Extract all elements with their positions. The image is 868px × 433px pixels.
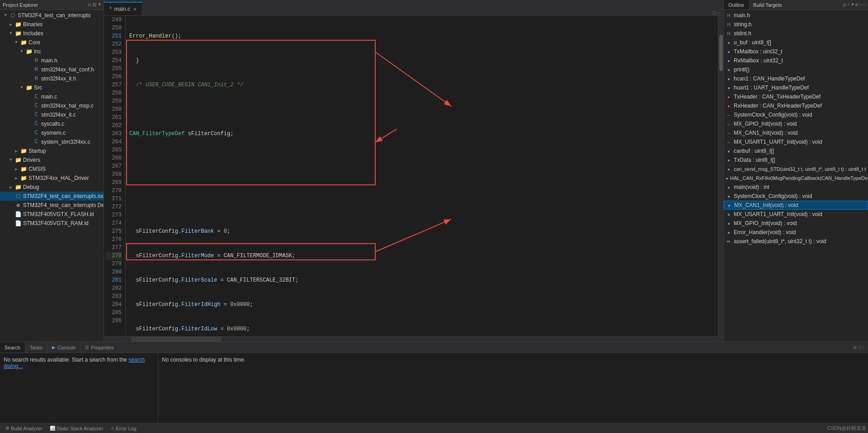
outline-item-huart1[interactable]: ● huart1 : UART_HandleTypeDef (724, 83, 868, 92)
code-content[interactable]: Error_Handler(); } /* USER_CODE_BEGIN CA… (126, 16, 718, 336)
tree-item-hal-msp[interactable]: C stm32f4xx_hal_msp.c (0, 101, 104, 110)
tree-item-launch[interactable]: ⚙ STM32F4_test_can_interrupts Debug.laun… (0, 201, 104, 210)
scrollbar-thumb[interactable] (719, 35, 723, 71)
outline-item-mxusart1[interactable]: ↔ MX_USART1_UART_Init(void) : void (724, 137, 868, 146)
bottom-icon3[interactable]: – (863, 345, 865, 350)
tab-close-button[interactable]: ✕ (133, 7, 137, 12)
outline-item-txheader[interactable]: ● TxHeader : CAN_TxHeaderTypeDef (724, 92, 868, 101)
tree-item-inc[interactable]: ▼ 📁 Inc (0, 47, 104, 56)
tree-item-main-h[interactable]: H main.h (0, 56, 104, 65)
outline-item-cansend[interactable]: ● can_send_msg_STD(uint32_t t, uint8_t*,… (724, 165, 868, 174)
error-log-tab[interactable]: ⚠ Error Log (107, 424, 140, 433)
collapse-icon[interactable]: ⊟ (88, 2, 91, 8)
outline-icon5[interactable]: – (859, 2, 862, 8)
outline-item-icon: ● (726, 58, 732, 63)
outline-item-txmailbox[interactable]: ● TxMailbox : uint32_t (724, 47, 868, 56)
tree-item-hal-driver[interactable]: ▶ 📁 STM32F4xx_HAL_Driver (0, 174, 104, 183)
build-analyzer-tab[interactable]: ⚙ Build Analyzer (2, 424, 46, 433)
outline-icon3[interactable]: ▼ (851, 2, 854, 8)
tree-item-drivers[interactable]: ▼ 📁 Drivers (0, 155, 104, 165)
console-icon: ▶ (52, 345, 56, 350)
tree-item-root[interactable]: ▼ ⬡ STM32F4_test_can_interrupts (0, 11, 104, 20)
outline-item-stdinth[interactable]: H stdint.h (724, 29, 868, 38)
tree-item-main-c[interactable]: C main.c (0, 92, 104, 101)
outline-item-sysclock[interactable]: ↔ SystemClock_Config(void) : void (724, 110, 868, 119)
tree-item-sysmem[interactable]: C sysmem.c (0, 128, 104, 137)
outline-item-mainh[interactable]: H main.h (724, 11, 868, 20)
tree-item-it-c[interactable]: C stm32f4xx_it.c (0, 110, 104, 119)
outline-item-main[interactable]: ● main(void) : int (724, 183, 868, 192)
outline-item-printf[interactable]: ● printf() (724, 65, 868, 74)
tree-item-it-h[interactable]: H stm32f4xx_it.h (0, 74, 104, 83)
vertical-scrollbar[interactable] (718, 16, 723, 336)
link-icon[interactable]: ⛓ (92, 2, 97, 8)
outline-item-mxcan1-def[interactable]: ● MX_CAN1_Init(void) : void (724, 201, 868, 210)
properties-tab[interactable]: ☰ Properties (80, 342, 118, 353)
ld-icon: 📄 (14, 220, 22, 227)
outline-item-assertfailed[interactable]: ✏ assert_failed(uint8_t*, uint32_t t) : … (724, 237, 868, 246)
tree-label: Includes (23, 30, 43, 37)
outline-item-icon: ● (726, 158, 732, 163)
tree-label: Binaries (23, 21, 42, 28)
outline-item-ubuf[interactable]: ● u_buf : uint8_t[] (724, 38, 868, 47)
build-targets-tab[interactable]: Build Targets (749, 0, 786, 9)
menu-icon[interactable]: ▼ (98, 2, 101, 8)
tree-item-hal-conf[interactable]: H stm32f4xx_hal_conf.h (0, 65, 104, 74)
outline-item-canbuf[interactable]: ● canbuf : uint8_t[] (724, 146, 868, 155)
tree-item-ram-ld[interactable]: 📄 STM32F405VGTX_RAM.ld (0, 219, 104, 228)
outline-item-txdata[interactable]: ● TxData : uint8_t[] (724, 155, 868, 165)
outline-icon1[interactable]: ⊟ (843, 2, 846, 8)
outline-item-rxheader[interactable]: ● RxHeader : CAN_RxHeaderTypeDef (724, 101, 868, 110)
tree-item-system[interactable]: C system_stm32f4xx.c (0, 137, 104, 146)
project-explorer: Project Explorer ⊟ ⛓ ▼ ▼ ⬡ STM32F4_test_… (0, 0, 104, 342)
tree-item-syscalls[interactable]: C syscalls.c (0, 119, 104, 128)
tree-label: stm32f4xx_it.c (41, 112, 76, 118)
file-icon: H (33, 75, 40, 82)
tree-item-src[interactable]: ▼ 📁 Src (0, 83, 104, 92)
tab-main-c[interactable]: * main.c ✕ (104, 2, 142, 15)
tree-item-cmsis[interactable]: ▶ 📁 CMSIS (0, 165, 104, 174)
search-tab[interactable]: Search (0, 342, 25, 353)
outline-item-hcan1[interactable]: ● hcan1 : CAN_HandleTypeDef (724, 74, 868, 83)
outline-icon6[interactable]: □ (863, 2, 866, 8)
tree-item-startup[interactable]: ▶ 📁 Startup (0, 146, 104, 155)
code-line (129, 179, 714, 187)
search-panel: No search results available. Start a sea… (0, 353, 158, 423)
editor-minimize-icon[interactable]: – (717, 10, 721, 15)
outline-item-rxmailbox[interactable]: ● RxMailbox : uint32_t (724, 56, 868, 65)
very-bottom-bar: ⚙ Build Analyzer 📊 Static Stack Analyzer… (0, 423, 868, 433)
tasks-tab[interactable]: Tasks (25, 342, 47, 353)
outline-item-icon: ● (726, 194, 732, 199)
outline-item-stringh[interactable]: H string.h (724, 20, 868, 29)
tree-item-includes[interactable]: ▼ 📁 Includes (0, 29, 104, 38)
outline-item-icon: ↔ (726, 113, 732, 118)
tree-label: STM32F4xx_HAL_Driver (28, 175, 89, 181)
tree-item-debug-folder[interactable]: ▶ 📁 Debug (0, 183, 104, 192)
outline-icon2[interactable]: ↕ (847, 2, 850, 8)
tree-item-core[interactable]: ▼ 📁 Core (0, 38, 104, 47)
tree-item-ioc[interactable]: ⬡ STM32F4_test_can_interrupts.ioc (0, 192, 104, 201)
outline-tab[interactable]: Outline (724, 0, 749, 9)
bottom-icon2[interactable]: □ (858, 345, 861, 350)
tree-item-flash-ld[interactable]: 📄 STM32F405VGTX_FLASH.ld (0, 210, 104, 219)
tree-item-binaries[interactable]: ▶ 📁 Binaries (0, 20, 104, 29)
tree-label: Drivers (23, 157, 40, 163)
outline-item-rxcallback[interactable]: ● HAL_CAN_RxFifo0MsgPendingCallback(CAN_… (724, 174, 868, 183)
outline-item-sysclock2[interactable]: ● SystemClock_Config(void) : void (724, 192, 868, 201)
bottom-icon1[interactable]: ⊟ (854, 345, 856, 350)
outline-item-mxusart1-def[interactable]: ● MX_USART1_UART_Init(void) : void (724, 210, 868, 219)
folder-icon: 📁 (20, 166, 27, 173)
editor-toolbar-icon[interactable]: □ (713, 10, 716, 15)
code-editor-container[interactable]: 249 250 251 252 253 254 255 256 257 258 … (104, 16, 723, 336)
outline-item-label: TxMailbox : uint32_t (734, 48, 782, 55)
outline-item-errorhandler[interactable]: ● Error_Handler(void) : void (724, 228, 868, 237)
outline-item-mxgpio[interactable]: ↔ MX_GPIO_Init(void) : void (724, 119, 868, 128)
horizontal-scrollbar[interactable] (104, 336, 723, 342)
outline-icon4[interactable]: ⚙ (855, 2, 858, 8)
console-tab[interactable]: ▶ Console (47, 342, 80, 353)
code-line: } (129, 56, 714, 65)
static-stack-tab[interactable]: 📊 Static Stack Analyzer (46, 424, 107, 433)
scrollbar-track (131, 337, 222, 342)
outline-item-mxcan1[interactable]: ↔ MX_CAN1_Init(void) : void (724, 128, 868, 137)
outline-item-mxgpio-def[interactable]: ● MX_GPIO_Init(void) : void (724, 219, 868, 228)
